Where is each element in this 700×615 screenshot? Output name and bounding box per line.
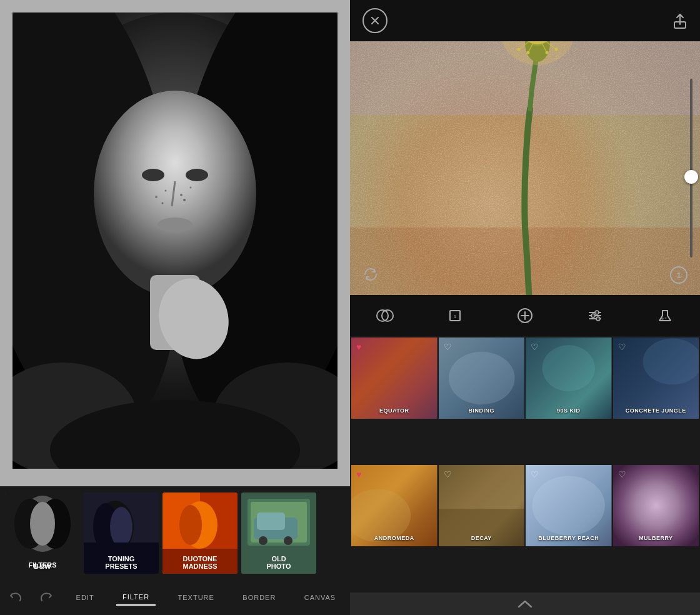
layers-icon: 1 bbox=[445, 306, 465, 326]
svg-point-24 bbox=[30, 502, 55, 546]
edit-tab[interactable]: EDIT bbox=[70, 590, 101, 605]
filter-strip: B&W FILTERS TONING PRESETS bbox=[0, 486, 350, 580]
svg-point-4 bbox=[94, 91, 256, 297]
filter-concrete-jungle[interactable]: ♡ CONCRETE JUNGLE bbox=[613, 338, 699, 419]
mulberry-heart[interactable]: ♡ bbox=[618, 470, 626, 479]
intensity-badge: 1 bbox=[670, 266, 688, 284]
equator-heart[interactable]: ♥ bbox=[356, 342, 361, 351]
filter-toning-label1: TONING bbox=[84, 555, 159, 562]
bw-photo bbox=[12, 12, 338, 469]
filter-equator[interactable]: ♥ EQUATOR bbox=[351, 338, 438, 419]
filter-duotone-label2: MADNESS bbox=[162, 562, 238, 570]
reset-button[interactable] bbox=[362, 266, 379, 282]
svg-point-112 bbox=[661, 318, 664, 320]
decay-heart[interactable]: ♡ bbox=[444, 470, 452, 479]
svg-point-28 bbox=[110, 507, 132, 547]
filter-binding[interactable]: ♡ BINDING bbox=[439, 338, 525, 419]
svg-point-16 bbox=[180, 194, 182, 196]
svg-point-15 bbox=[165, 190, 167, 192]
filter-item-oldphoto[interactable]: OLD PHOTO bbox=[241, 492, 316, 574]
adjust-icon bbox=[585, 306, 605, 326]
slider-thumb[interactable] bbox=[684, 170, 698, 184]
lab-icon bbox=[655, 306, 675, 326]
svg-point-109 bbox=[591, 314, 595, 318]
undo-button[interactable] bbox=[8, 590, 23, 605]
svg-point-17 bbox=[190, 187, 192, 189]
photo-edit-area: 1 bbox=[350, 41, 700, 295]
add-icon bbox=[515, 306, 535, 326]
filter-duotone-label1: DUOTONE bbox=[162, 555, 238, 562]
decay-label: DECAY bbox=[439, 535, 525, 541]
filter-toning-label2: PRESETS bbox=[84, 562, 159, 570]
svg-point-33 bbox=[179, 505, 202, 545]
svg-point-19 bbox=[183, 199, 186, 201]
svg-point-108 bbox=[595, 311, 599, 314]
right-panel: 1 1 bbox=[350, 0, 700, 615]
blend-icon bbox=[375, 306, 395, 326]
filter-andromeda[interactable]: ♥ ANDROMEDA bbox=[351, 465, 438, 546]
90skid-heart[interactable]: ♡ bbox=[531, 342, 539, 351]
add-tool-button[interactable] bbox=[515, 306, 535, 326]
filter-tab[interactable]: FILTER bbox=[116, 589, 156, 606]
border-tab[interactable]: BORDER bbox=[236, 590, 282, 605]
svg-rect-115 bbox=[351, 338, 438, 419]
filter-item-duotone[interactable]: DUOTONE MADNESS bbox=[162, 492, 238, 574]
andromeda-heart[interactable]: ♥ bbox=[356, 470, 361, 479]
svg-point-113 bbox=[665, 318, 667, 319]
svg-point-119 bbox=[542, 345, 595, 391]
svg-rect-39 bbox=[257, 512, 285, 530]
svg-point-6 bbox=[142, 169, 164, 181]
andromeda-label: ANDROMEDA bbox=[351, 535, 438, 541]
photo-container bbox=[12, 12, 338, 469]
lab-tool-button[interactable] bbox=[655, 306, 675, 326]
filter-blueberry-peach[interactable]: ♡ BLUEBERRY PEACH bbox=[526, 465, 612, 546]
binding-label: BINDING bbox=[439, 408, 525, 414]
filter-mulberry[interactable]: ♡ MULBERRY bbox=[613, 465, 699, 546]
svg-point-127 bbox=[532, 476, 605, 535]
concrete-jungle-heart[interactable]: ♡ bbox=[618, 342, 626, 351]
svg-point-14 bbox=[155, 196, 158, 198]
edit-toolbar: 1 bbox=[350, 295, 700, 336]
filter-bw-label2: FILTERS bbox=[5, 561, 80, 569]
layers-tool-button[interactable]: 1 bbox=[445, 306, 465, 326]
close-button[interactable] bbox=[362, 8, 388, 33]
90skid-label: 90S KID bbox=[526, 408, 612, 414]
blueberry-peach-label: BLUEBERRY PEACH bbox=[526, 535, 612, 541]
intensity-slider[interactable] bbox=[690, 79, 692, 258]
svg-point-18 bbox=[162, 202, 164, 204]
filter-item-toning[interactable]: TONING PRESETS bbox=[84, 492, 159, 574]
right-header bbox=[350, 0, 700, 41]
filter-oldphoto-label1: OLD bbox=[241, 555, 316, 562]
filter-item-bw[interactable]: B&W FILTERS bbox=[5, 492, 80, 574]
dandelion-photo: 1 bbox=[350, 41, 700, 295]
mulberry-label: MULBERRY bbox=[613, 535, 699, 541]
filter-oldphoto-label2: PHOTO bbox=[241, 562, 316, 570]
filter-grid: ♥ EQUATOR ♡ BINDING bbox=[350, 336, 700, 592]
canvas-tab[interactable]: CANVAS bbox=[298, 590, 342, 605]
svg-point-40 bbox=[259, 536, 268, 545]
adjust-tool-button[interactable] bbox=[585, 306, 605, 326]
svg-point-117 bbox=[448, 352, 514, 405]
svg-rect-97 bbox=[350, 41, 700, 295]
blend-tool-button[interactable] bbox=[375, 306, 395, 326]
left-panel: B&W FILTERS TONING PRESETS bbox=[0, 0, 350, 615]
concrete-jungle-label: CONCRETE JUNGLE bbox=[613, 408, 699, 414]
binding-heart[interactable]: ♡ bbox=[444, 342, 452, 351]
filter-decay[interactable]: ♡ DECAY bbox=[439, 465, 525, 546]
texture-tab[interactable]: TEXTURE bbox=[172, 590, 221, 605]
scroll-up-button[interactable] bbox=[350, 592, 700, 615]
filter-90skid[interactable]: ♡ 90S KID bbox=[526, 338, 612, 419]
svg-point-41 bbox=[284, 536, 292, 545]
blueberry-peach-heart[interactable]: ♡ bbox=[531, 470, 539, 479]
svg-point-110 bbox=[596, 317, 600, 321]
redo-button[interactable] bbox=[39, 590, 54, 605]
equator-label: EQUATOR bbox=[351, 408, 438, 414]
bottom-toolbar: EDIT FILTER TEXTURE BORDER CANVAS bbox=[0, 580, 350, 615]
share-button[interactable] bbox=[672, 12, 688, 29]
svg-text:1: 1 bbox=[454, 314, 457, 319]
svg-point-7 bbox=[186, 169, 208, 181]
svg-point-9 bbox=[158, 218, 192, 232]
